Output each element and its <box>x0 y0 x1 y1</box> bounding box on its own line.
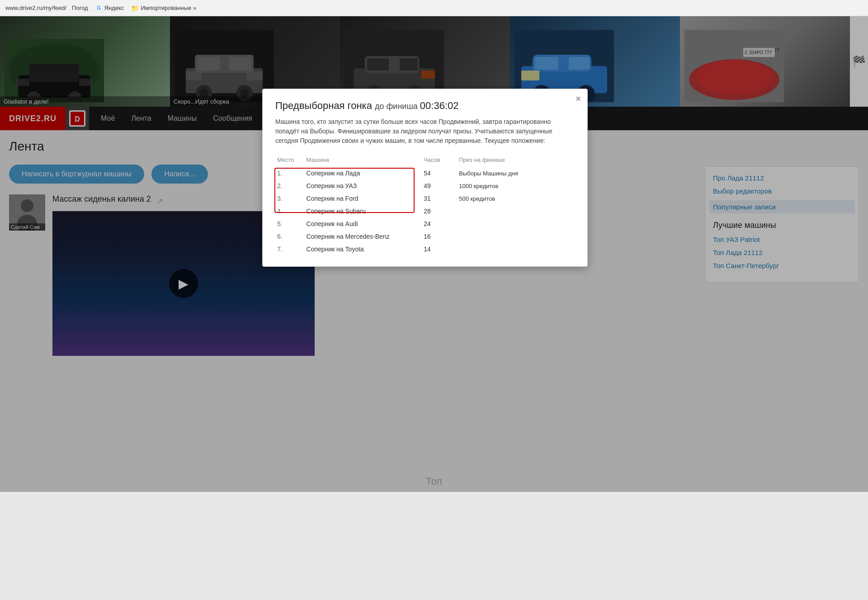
row-prize <box>457 230 575 243</box>
row-prize <box>457 217 575 230</box>
row-car: Соперник на УАЗ <box>305 180 422 192</box>
folder-bookmark[interactable]: 📁 Импортированные » <box>131 5 196 12</box>
row-prize: Выборы Машины дня <box>457 167 575 180</box>
modal-description: Машина того, кто запустит за сутки больш… <box>275 117 575 146</box>
race-modal: × Предвыборная гонка до финиша 00:36:02 … <box>262 89 588 267</box>
row-car: Соперник на Subaru <box>305 205 422 217</box>
row-hours: 49 <box>422 180 457 192</box>
folder-icon: 📁 <box>131 5 139 12</box>
row-place: 1. <box>275 167 305 180</box>
race-table: Место Машина Часов Приз на финише 1.Сопе… <box>275 155 575 255</box>
modal-timer: 00:36:02 <box>420 100 459 111</box>
google-bookmark[interactable]: G Яндекс <box>95 5 124 12</box>
row-prize: 1000 кредитов <box>457 180 575 192</box>
page-content: Gladiator в деле! Ск <box>0 16 868 492</box>
table-row: 2.Соперник на УАЗ491000 кредитов <box>275 180 575 192</box>
row-hours: 54 <box>422 167 457 180</box>
row-car: Соперник на Mercedes-Benz <box>305 230 422 243</box>
row-hours: 24 <box>422 217 457 230</box>
th-car: Машина <box>305 155 422 167</box>
row-place: 5. <box>275 217 305 230</box>
row-prize <box>457 243 575 255</box>
weather-bookmark[interactable]: Погод <box>72 5 88 11</box>
modal-close-button[interactable]: × <box>576 94 581 104</box>
table-row: 1.Соперник на Лада54Выборы Машины дня <box>275 167 575 180</box>
row-prize: 500 кредитов <box>457 192 575 205</box>
row-place: 2. <box>275 180 305 192</box>
modal-title-text: Предвыборная гонка <box>275 100 372 111</box>
row-place: 7. <box>275 243 305 255</box>
table-row: 5.Соперник на Audi24 <box>275 217 575 230</box>
row-place: 3. <box>275 192 305 205</box>
table-row: 3.Соперник на Ford31500 кредитов <box>275 192 575 205</box>
row-hours: 28 <box>422 205 457 217</box>
browser-url: www.drive2.ru/my/feed/ <box>5 5 66 11</box>
table-header-row: Место Машина Часов Приз на финише <box>275 155 575 167</box>
race-table-body: 1.Соперник на Лада54Выборы Машины дня2.С… <box>275 167 575 255</box>
row-place: 4. <box>275 205 305 217</box>
row-place: 6. <box>275 230 305 243</box>
th-place: Место <box>275 155 305 167</box>
row-hours: 16 <box>422 230 457 243</box>
row-car: Соперник на Audi <box>305 217 422 230</box>
table-row: 7.Соперник на Toyota14 <box>275 243 575 255</box>
modal-timer-label: до финиша <box>375 102 420 111</box>
row-hours: 31 <box>422 192 457 205</box>
row-car: Соперник на Ford <box>305 192 422 205</box>
table-row: 4.Соперник на Subaru28 <box>275 205 575 217</box>
table-row: 6.Соперник на Mercedes-Benz16 <box>275 230 575 243</box>
browser-bar: www.drive2.ru/my/feed/ Погод G Яндекс 📁 … <box>0 0 868 16</box>
th-hours: Часов <box>422 155 457 167</box>
row-car: Соперник на Лада <box>305 167 422 180</box>
google-icon: G <box>95 5 103 12</box>
modal-title: Предвыборная гонка до финиша 00:36:02 <box>275 100 575 112</box>
th-prize: Приз на финише <box>457 155 575 167</box>
row-prize <box>457 205 575 217</box>
row-car: Соперник на Toyota <box>305 243 422 255</box>
row-hours: 14 <box>422 243 457 255</box>
browser-bookmarks: Погод G Яндекс 📁 Импортированные » <box>72 5 196 12</box>
race-table-wrapper: Место Машина Часов Приз на финише 1.Сопе… <box>275 155 575 255</box>
